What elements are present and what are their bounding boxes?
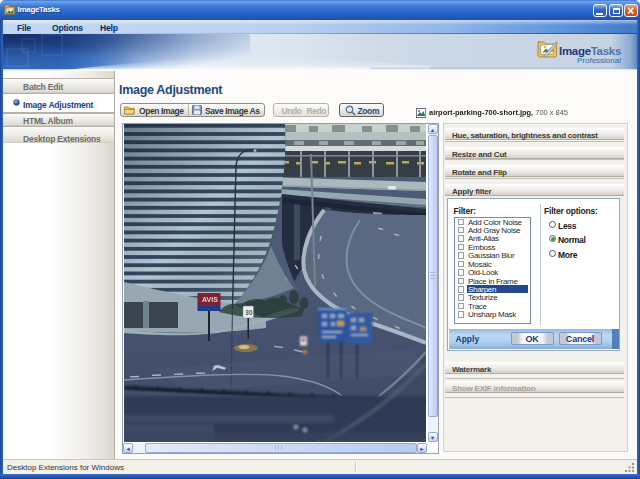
svg-text:Professional: Professional [577,56,621,65]
svg-text:AVIS: AVIS [202,296,218,303]
svg-text:30: 30 [245,308,253,315]
